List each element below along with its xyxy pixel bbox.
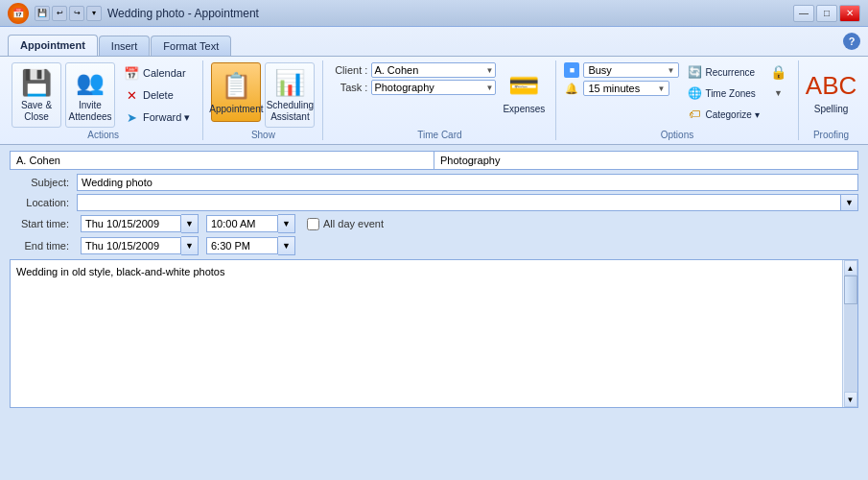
delete-icon: ✕ [124, 87, 139, 103]
task-dropdown-arrow: ▼ [485, 84, 493, 92]
spelling-icon: ABC [816, 71, 847, 102]
scheduling-label: SchedulingAssistant [267, 100, 314, 123]
timecard-label: Time Card [331, 130, 548, 140]
tab-appointment[interactable]: Appointment [8, 35, 98, 56]
minimize-button[interactable]: — [793, 5, 814, 22]
maximize-button[interactable]: □ [816, 5, 837, 22]
start-time-input[interactable] [206, 215, 278, 232]
status-value: Busy [588, 64, 611, 76]
redo-icon[interactable]: ↪ [69, 6, 84, 21]
invite-label: InviteAttendees [68, 100, 111, 123]
tab-insert[interactable]: Insert [99, 36, 151, 56]
start-label: Start time: [10, 218, 77, 229]
reminder-bell-icon: 🔔 [564, 81, 579, 96]
allday-text: All day event [323, 218, 384, 229]
subject-input[interactable] [77, 174, 858, 191]
scroll-down-button[interactable]: ▼ [844, 392, 857, 407]
allday-checkbox[interactable] [307, 218, 319, 230]
lock-button[interactable]: 🔒 [767, 62, 790, 82]
location-dropdown-btn[interactable]: ▼ [841, 194, 858, 211]
start-time-wrap: ▼ [206, 214, 295, 233]
actions-small: 📅 Calendar ✕ Delete ➤ Forward ▾ [119, 62, 195, 128]
spelling-button[interactable]: ABC Spelling [807, 62, 856, 122]
task-dropdown[interactable]: Photography ▼ [371, 80, 496, 95]
status-area: ■ Busy ▼ 🔔 15 minutes ▼ [564, 62, 679, 96]
show-label: Show [211, 130, 315, 140]
start-date-wrap: ▼ [81, 214, 199, 233]
expenses-button[interactable]: 💳 Expenses [500, 62, 548, 122]
scheduling-button[interactable]: 📊 SchedulingAssistant [265, 62, 315, 128]
categorize-label: Categorize ▾ [705, 109, 759, 120]
actions-content: 💾 Save &Close 👥 InviteAttendees 📅 Calend… [12, 62, 195, 128]
calendar-button[interactable]: 📅 Calendar [119, 62, 195, 84]
notes-area: ▲ ▼ [10, 259, 858, 408]
end-time-input[interactable] [206, 237, 278, 254]
actions-label: Actions [12, 130, 195, 140]
categorize-button[interactable]: 🏷 Categorize ▾ [683, 105, 762, 124]
close-button[interactable]: ✕ [839, 5, 860, 22]
appointment-icon: 📋 [221, 71, 251, 102]
task-row: Task : Photography ▼ [331, 80, 496, 95]
options-col: 🔄 Recurrence 🌐 Time Zones 🏷 Categorize ▾ [683, 62, 762, 124]
subject-label: Subject: [10, 177, 77, 188]
calendar-label: Calendar [143, 67, 186, 79]
reminder-row: 🔔 15 minutes ▼ [564, 81, 679, 96]
appointment-label: Appointment [209, 104, 263, 114]
category-field[interactable] [434, 151, 858, 170]
ribbon-group-actions: 💾 Save &Close 👥 InviteAttendees 📅 Calend… [8, 60, 203, 140]
spelling-label: Spelling [814, 104, 849, 114]
start-time-btn[interactable]: ▼ [278, 214, 295, 233]
status-arrow: ▼ [667, 66, 674, 75]
end-date-input[interactable] [81, 237, 181, 254]
scroll-up-button[interactable]: ▲ [844, 260, 857, 276]
save-close-label: Save &Close [21, 100, 52, 123]
client-task-area: Client : A. Cohen ▼ Task : Photography ▼ [331, 62, 496, 95]
end-time-btn[interactable]: ▼ [278, 236, 295, 255]
appointment-button[interactable]: 📋 Appointment [211, 62, 261, 122]
recurrence-icon: 🔄 [687, 64, 702, 80]
location-row: Location: ▼ [10, 194, 858, 211]
status-dropdown[interactable]: Busy ▼ [583, 62, 679, 78]
forward-button[interactable]: ➤ Forward ▾ [119, 107, 195, 128]
more-icon[interactable]: ▾ [86, 6, 102, 21]
location-input[interactable] [77, 194, 841, 211]
contact-field[interactable] [10, 151, 434, 170]
subject-row: Subject: [10, 174, 858, 191]
quick-save-icon[interactable]: 💾 [35, 6, 50, 21]
categorize-icon: 🏷 [687, 107, 702, 122]
ribbon-group-proofing: ABC Spelling Proofing [803, 60, 864, 140]
scroll-thumb[interactable] [844, 276, 857, 304]
client-dropdown[interactable]: A. Cohen ▼ [371, 62, 496, 78]
end-date-btn[interactable]: ▼ [181, 236, 199, 255]
calendar-icon: 📅 [124, 65, 139, 81]
contact-bar [10, 151, 858, 170]
ribbon-group-show: 📋 Appointment 📊 SchedulingAssistant Show [207, 60, 323, 140]
recurrence-label: Recurrence [705, 67, 755, 78]
notes-textarea[interactable] [11, 260, 842, 407]
allday-label[interactable]: All day event [307, 218, 384, 230]
recurrence-button[interactable]: 🔄 Recurrence [683, 62, 762, 82]
lock-icon: 🔒 [771, 64, 786, 80]
undo-icon[interactable]: ↩ [52, 6, 67, 21]
show-content: 📋 Appointment 📊 SchedulingAssistant [211, 62, 315, 128]
end-time-wrap: ▼ [206, 236, 295, 255]
scheduling-icon: 📊 [274, 67, 305, 98]
title-bar-left: 📅 💾 ↩ ↪ ▾ Wedding photo - Appointment [8, 3, 259, 24]
timezones-button[interactable]: 🌐 Time Zones [683, 84, 762, 103]
delete-button[interactable]: ✕ Delete [119, 84, 195, 106]
down-arrow-button[interactable]: ▼ [767, 84, 790, 103]
window-title: Wedding photo - Appointment [107, 7, 259, 20]
start-date-btn[interactable]: ▼ [181, 214, 199, 233]
end-date-wrap: ▼ [81, 236, 199, 255]
reminder-dropdown[interactable]: 15 minutes ▼ [583, 81, 669, 96]
options-label: Options [564, 130, 789, 140]
app-icon: 📅 [8, 3, 29, 24]
save-close-button[interactable]: 💾 Save &Close [12, 62, 61, 128]
tab-format-text[interactable]: Format Text [151, 36, 231, 56]
status-row: ■ Busy ▼ [564, 62, 679, 78]
start-date-input[interactable] [81, 215, 181, 232]
start-time-row: Start time: ▼ ▼ All day event [10, 214, 858, 233]
ribbon-group-options: ■ Busy ▼ 🔔 15 minutes ▼ [560, 60, 798, 140]
invite-attendees-button[interactable]: 👥 InviteAttendees [65, 62, 115, 128]
help-button[interactable]: ? [843, 33, 860, 50]
